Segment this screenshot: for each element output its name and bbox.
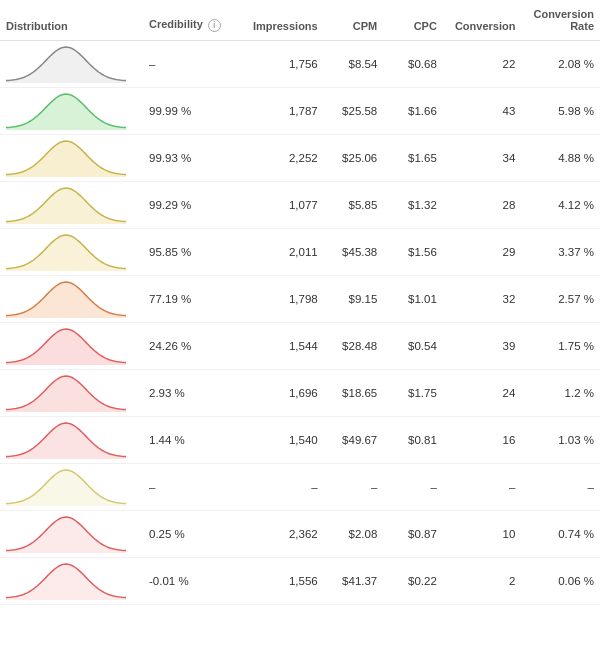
credibility-cell: 0.25 %: [143, 511, 241, 558]
impressions-cell: 2,252: [241, 135, 324, 182]
impressions-cell: 1,756: [241, 41, 324, 88]
cpm-cell: $9.15: [324, 276, 384, 323]
conversion-cell: 16: [443, 417, 522, 464]
cpc-cell: $1.65: [383, 135, 443, 182]
credibility-cell: –: [143, 464, 241, 511]
col-distribution: Distribution: [0, 0, 143, 41]
cpm-cell: $41.37: [324, 558, 384, 605]
conversion-rate-cell: 3.37 %: [521, 229, 600, 276]
impressions-cell: 1,798: [241, 276, 324, 323]
table-row: –1,756$8.54$0.68222.08 %: [0, 41, 600, 88]
cpc-cell: $0.22: [383, 558, 443, 605]
distribution-cell: [0, 88, 143, 135]
table-row: 77.19 %1,798$9.15$1.01322.57 %: [0, 276, 600, 323]
col-cpm: CPM: [324, 0, 384, 41]
conversion-rate-cell: 5.98 %: [521, 88, 600, 135]
credibility-cell: 2.93 %: [143, 370, 241, 417]
table-row: 1.44 %1,540$49.67$0.81161.03 %: [0, 417, 600, 464]
cpm-cell: $8.54: [324, 41, 384, 88]
credibility-cell: 95.85 %: [143, 229, 241, 276]
credibility-cell: 1.44 %: [143, 417, 241, 464]
conversion-rate-cell: 1.03 %: [521, 417, 600, 464]
cpm-cell: $49.67: [324, 417, 384, 464]
impressions-cell: 2,362: [241, 511, 324, 558]
cpc-cell: $0.81: [383, 417, 443, 464]
credibility-cell: 77.19 %: [143, 276, 241, 323]
table-row: 99.99 %1,787$25.58$1.66435.98 %: [0, 88, 600, 135]
table-row: ––––––: [0, 464, 600, 511]
impressions-cell: 1,544: [241, 323, 324, 370]
distribution-cell: [0, 276, 143, 323]
table-row: 0.25 %2,362$2.08$0.87100.74 %: [0, 511, 600, 558]
distribution-cell: [0, 182, 143, 229]
conversion-rate-cell: 1.2 %: [521, 370, 600, 417]
impressions-cell: 1,556: [241, 558, 324, 605]
table-row: 24.26 %1,544$28.48$0.54391.75 %: [0, 323, 600, 370]
col-conversion-rate: Conversion Rate: [521, 0, 600, 41]
conversion-rate-cell: 1.75 %: [521, 323, 600, 370]
impressions-cell: 1,077: [241, 182, 324, 229]
table-row: 99.93 %2,252$25.06$1.65344.88 %: [0, 135, 600, 182]
cpm-cell: –: [324, 464, 384, 511]
table-row: 99.29 %1,077$5.85$1.32284.12 %: [0, 182, 600, 229]
cpc-cell: $1.56: [383, 229, 443, 276]
cpc-cell: $1.66: [383, 88, 443, 135]
conversion-cell: –: [443, 464, 522, 511]
table-row: 2.93 %1,696$18.65$1.75241.2 %: [0, 370, 600, 417]
conversion-rate-cell: 0.06 %: [521, 558, 600, 605]
distribution-cell: [0, 41, 143, 88]
conversion-rate-cell: 4.12 %: [521, 182, 600, 229]
conversion-cell: 32: [443, 276, 522, 323]
credibility-cell: 99.93 %: [143, 135, 241, 182]
impressions-cell: 2,011: [241, 229, 324, 276]
impressions-cell: 1,787: [241, 88, 324, 135]
distribution-cell: [0, 464, 143, 511]
credibility-info-icon[interactable]: i: [208, 19, 221, 32]
cpc-cell: $0.68: [383, 41, 443, 88]
credibility-cell: 99.99 %: [143, 88, 241, 135]
distribution-cell: [0, 558, 143, 605]
cpc-cell: $0.54: [383, 323, 443, 370]
conversion-rate-cell: 2.08 %: [521, 41, 600, 88]
cpc-cell: $1.75: [383, 370, 443, 417]
conversion-cell: 28: [443, 182, 522, 229]
cpc-cell: $1.32: [383, 182, 443, 229]
cpc-cell: $1.01: [383, 276, 443, 323]
col-conversion: Conversion: [443, 0, 522, 41]
conversion-cell: 34: [443, 135, 522, 182]
conversion-rate-cell: 2.57 %: [521, 276, 600, 323]
col-cpc: CPC: [383, 0, 443, 41]
conversion-cell: 43: [443, 88, 522, 135]
conversion-cell: 10: [443, 511, 522, 558]
impressions-cell: 1,540: [241, 417, 324, 464]
cpm-cell: $5.85: [324, 182, 384, 229]
cpm-cell: $18.65: [324, 370, 384, 417]
cpc-cell: –: [383, 464, 443, 511]
credibility-cell: 99.29 %: [143, 182, 241, 229]
col-credibility: Credibility i: [143, 0, 241, 41]
cpm-cell: $2.08: [324, 511, 384, 558]
distribution-cell: [0, 229, 143, 276]
conversion-rate-cell: 4.88 %: [521, 135, 600, 182]
conversion-cell: 22: [443, 41, 522, 88]
cpm-cell: $45.38: [324, 229, 384, 276]
cpm-cell: $25.58: [324, 88, 384, 135]
distribution-cell: [0, 511, 143, 558]
credibility-cell: -0.01 %: [143, 558, 241, 605]
conversion-rate-cell: 0.74 %: [521, 511, 600, 558]
impressions-cell: 1,696: [241, 370, 324, 417]
distribution-cell: [0, 417, 143, 464]
cpm-cell: $28.48: [324, 323, 384, 370]
distribution-cell: [0, 370, 143, 417]
conversion-cell: 2: [443, 558, 522, 605]
conversion-cell: 29: [443, 229, 522, 276]
table-row: 95.85 %2,011$45.38$1.56293.37 %: [0, 229, 600, 276]
credibility-cell: 24.26 %: [143, 323, 241, 370]
cpm-cell: $25.06: [324, 135, 384, 182]
credibility-cell: –: [143, 41, 241, 88]
conversion-cell: 39: [443, 323, 522, 370]
conversion-cell: 24: [443, 370, 522, 417]
impressions-cell: –: [241, 464, 324, 511]
conversion-rate-cell: –: [521, 464, 600, 511]
table-row: -0.01 %1,556$41.37$0.2220.06 %: [0, 558, 600, 605]
